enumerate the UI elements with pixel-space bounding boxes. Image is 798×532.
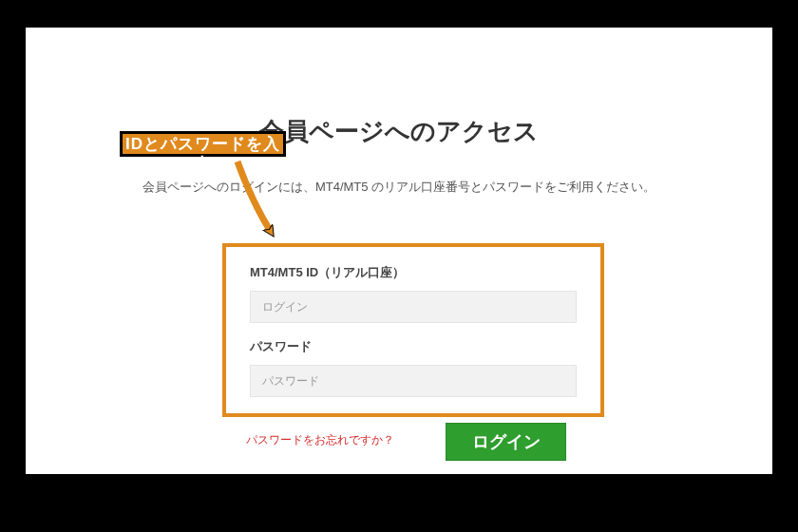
annotation-callout: IDとパスワードを入力 <box>120 131 286 157</box>
id-field-label: MT4/MT5 ID（リアル口座） <box>250 264 577 281</box>
id-input[interactable] <box>250 291 577 323</box>
forgot-password-link[interactable]: パスワードをお忘れですか？ <box>246 432 394 448</box>
login-form-box: MT4/MT5 ID（リアル口座） パスワード <box>222 243 604 417</box>
page-subtitle: 会員ページへのログインには、MT4/MT5 のリアル口座番号とパスワードをご利用… <box>26 179 772 196</box>
login-page: 会員ページへのアクセス 会員ページへのログインには、MT4/MT5 のリアル口座… <box>26 28 772 474</box>
password-field-label: パスワード <box>250 338 577 355</box>
login-button[interactable]: ログイン <box>446 423 566 461</box>
password-input[interactable] <box>250 365 577 397</box>
